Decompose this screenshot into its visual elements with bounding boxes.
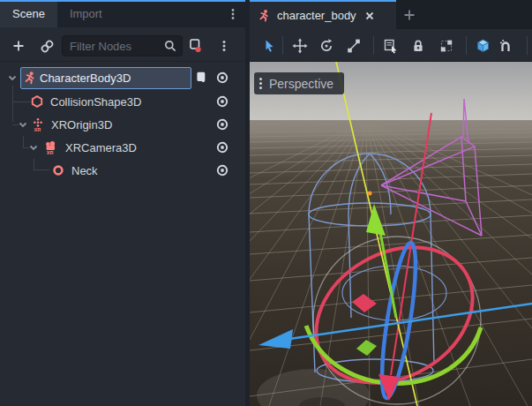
perspective-menu-button[interactable]: Perspective [254, 72, 344, 94]
marker-ring-icon [51, 163, 65, 177]
chevron-down-icon[interactable] [6, 71, 19, 84]
svg-text:XR: XR [34, 127, 41, 132]
snap-magnet-icon [498, 38, 513, 54]
local-space-toggle-button[interactable] [474, 37, 491, 55]
rotate-icon [318, 38, 334, 54]
move-tool-button[interactable] [291, 37, 309, 55]
visibility-eye-icon[interactable] [215, 71, 229, 85]
toolbar-separator [282, 36, 283, 55]
tab-scene-label: Scene [12, 7, 45, 20]
tree-row-characterbody3d[interactable]: CharacterBody3D [0, 66, 245, 89]
scene-tab-label: character_body [277, 9, 356, 22]
horizon-fog [250, 120, 532, 155]
visibility-eye-icon[interactable] [215, 117, 229, 132]
lock-icon [410, 38, 426, 54]
add-node-icon [11, 39, 26, 53]
tab-import[interactable]: Import [57, 0, 115, 27]
node-label: Neck [71, 164, 98, 177]
tab-scene[interactable]: Scene [0, 0, 57, 27]
svg-text:XR: XR [47, 150, 54, 154]
toolbar-separator [373, 36, 374, 55]
scene-tree-options-button[interactable] [215, 37, 233, 55]
viewport-toolbar [250, 29, 532, 62]
node-label: CollisionShape3D [50, 95, 141, 109]
dock-focus-accent [0, 0, 245, 2]
node-label: XRCamera3D [65, 141, 137, 154]
lock-tool-button[interactable] [409, 37, 427, 55]
xr-camera-3d-icon: XR [43, 140, 57, 154]
ray-marker-dot [368, 192, 372, 196]
perspective-label: Perspective [269, 77, 333, 91]
character-body-3d-icon [22, 71, 36, 85]
scene-tree: CharacterBody3D CollisionShape3D XR XROr… [0, 62, 245, 406]
xr-origin-3d-icon: XR [31, 117, 45, 132]
snap-toggle-button[interactable] [497, 37, 514, 55]
local-space-cube-icon [475, 38, 491, 55]
tree-row-collisionshape3d[interactable]: CollisionShape3D [0, 90, 245, 113]
godot-node-icon [257, 9, 270, 22]
viewport-3d[interactable]: Perspective [250, 62, 532, 406]
list-select-icon [383, 38, 399, 54]
chevron-down-icon[interactable] [17, 118, 29, 131]
godot-editor: Scene Import [0, 0, 532, 406]
scale-tool-button[interactable] [345, 37, 363, 55]
drag-handle-dots-icon [259, 76, 263, 91]
rotate-tool-button[interactable] [318, 37, 335, 55]
scene-dock: Scene Import [0, 0, 245, 406]
visibility-eye-icon[interactable] [215, 94, 229, 109]
filter-by-script-button[interactable] [186, 37, 204, 55]
node-label: XROrigin3D [51, 118, 112, 132]
group-icon [438, 38, 454, 54]
toolbar-separator [527, 36, 528, 55]
node-label: CharacterBody3D [40, 71, 131, 85]
close-tab-icon[interactable] [363, 10, 376, 22]
main-viewport-panel: character_body [250, 0, 532, 406]
instance-scene-button[interactable] [38, 37, 56, 55]
tree-row-neck[interactable]: Neck [0, 159, 245, 182]
chevron-down-icon[interactable] [27, 141, 40, 154]
dock-tab-bar: Scene Import [0, 0, 245, 27]
select-tool-button[interactable] [260, 37, 278, 55]
scene-dock-toolbar [0, 29, 245, 62]
select-arrow-icon [262, 39, 277, 54]
group-tool-button[interactable] [438, 37, 455, 55]
tab-import-label: Import [70, 7, 102, 20]
filter-script-icon [187, 38, 203, 54]
list-select-tool-button[interactable] [382, 37, 400, 55]
add-node-button[interactable] [10, 37, 27, 55]
viewport-scene [250, 62, 532, 406]
new-scene-tab-button[interactable] [400, 5, 419, 25]
search-icon [163, 39, 177, 53]
attached-script-icon[interactable] [194, 71, 208, 85]
instance-link-icon [40, 39, 55, 54]
visibility-eye-icon[interactable] [215, 140, 229, 154]
scene-tab-character-body[interactable]: character_body [250, 0, 396, 29]
collision-shape-3d-icon [30, 94, 44, 109]
dock-menu-button[interactable] [226, 7, 240, 21]
tree-row-xrcamera3d[interactable]: XR XRCamera3D [0, 136, 245, 159]
move-icon [292, 38, 308, 54]
scale-icon [346, 38, 362, 54]
visibility-eye-icon[interactable] [215, 163, 229, 177]
toolbar-separator [466, 36, 467, 55]
tree-row-xrorigin3d[interactable]: XR XROrigin3D [0, 113, 245, 136]
